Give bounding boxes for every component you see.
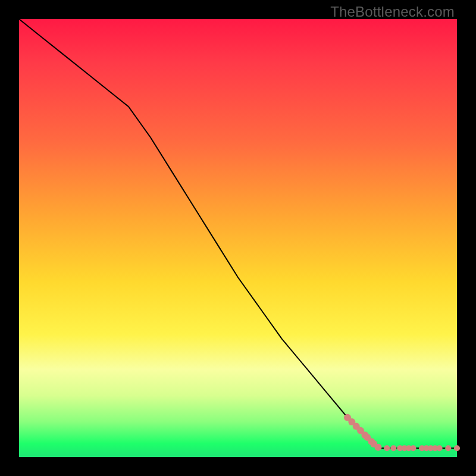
marker-markers-descending <box>375 444 382 451</box>
plot-area <box>19 19 457 457</box>
chart-frame: TheBottleneck.com <box>0 0 476 476</box>
marker-markers-flat <box>437 445 443 451</box>
marker-markers-flat <box>454 445 460 451</box>
marker-markers-flat <box>384 445 390 451</box>
watermark-text: TheBottleneck.com <box>330 4 455 20</box>
marker-markers-flat <box>445 445 451 451</box>
curve-layer <box>19 19 457 457</box>
marker-markers-flat <box>410 445 416 451</box>
marker-markers-flat <box>390 445 396 451</box>
series-curve <box>19 19 378 448</box>
